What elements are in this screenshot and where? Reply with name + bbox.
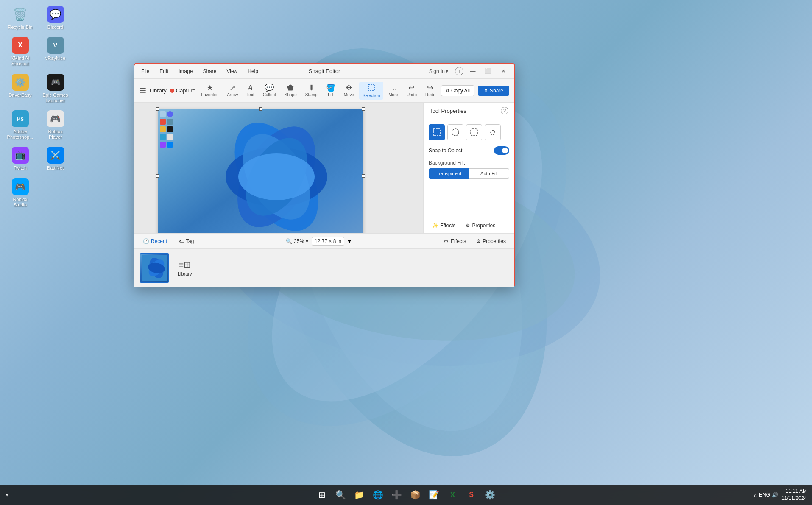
auto-fill-button[interactable]: Auto-Fill (469, 168, 510, 179)
share-button[interactable]: ⬆ Share (478, 86, 509, 96)
chevron-down-icon: ▾ (446, 68, 448, 74)
desktop-icon-battlenet[interactable]: ⚔️ BattlNet (39, 145, 71, 173)
desktop-icon-discord[interactable]: 💬 Discord (39, 4, 71, 32)
tool-text[interactable]: A Text (243, 82, 257, 99)
handle-tr[interactable] (362, 107, 365, 111)
handle-mr[interactable] (362, 174, 365, 178)
library-button[interactable]: Library (150, 87, 167, 94)
tool-stamp[interactable]: ⬇ Stamp (302, 82, 321, 99)
taskbar-right: ∧ ENG 🔊 11:11 AM 11/11/2024 (753, 488, 807, 502)
taskbar-file-explorer[interactable]: 📁 (352, 487, 367, 502)
bg-fill-label: Background Fill: (429, 160, 509, 166)
redo-icon: ↪ (427, 84, 433, 92)
desktop-icon-driver-easy[interactable]: ⚙️ DriverEasy (4, 72, 36, 105)
info-button[interactable]: i (455, 67, 463, 75)
tool-shape[interactable]: ⬟ Shape (281, 82, 300, 99)
svg-rect-6 (368, 84, 374, 90)
main-toolbar: ☰ Library Capture ★ Favorites ↗ Arrow A … (134, 79, 514, 103)
hamburger-menu[interactable]: ☰ (140, 86, 146, 95)
desktop-icon-twitch[interactable]: 📺 Twitch (4, 145, 36, 173)
tool-favorites[interactable]: ★ Favorites (198, 82, 222, 99)
size-control[interactable]: 12.77 × 8 in (312, 237, 344, 246)
fill-icon: 🪣 (326, 84, 335, 92)
zoom-control[interactable]: 🔍 35% ▾ (286, 238, 308, 244)
taskbar-snagit[interactable]: S (464, 487, 479, 502)
desktop-icon-xmind[interactable]: X XMind AI Shortcut (4, 35, 36, 68)
tag-tab[interactable]: 🏷 Tag (176, 237, 197, 246)
toolbar-left: ☰ Library Capture (140, 86, 195, 95)
handle-tc[interactable] (259, 107, 262, 111)
tool-move[interactable]: ✥ Move (340, 82, 357, 99)
share-icon: ⬆ (484, 88, 488, 94)
rounded-selection-tool[interactable] (466, 124, 482, 140)
taskbar-excel[interactable]: X (445, 487, 460, 502)
minimize-button[interactable]: — (467, 67, 479, 75)
tool-fill[interactable]: 🪣 Fill (323, 82, 339, 99)
svg-rect-15 (471, 129, 477, 136)
menu-image[interactable]: Image (177, 67, 194, 75)
sign-in-button[interactable]: Sign In ▾ (429, 68, 448, 74)
panel-bottom-actions: ✨ Effects ⚙ Properties (424, 218, 514, 233)
tool-arrow[interactable]: ↗ Arrow (223, 82, 241, 99)
bottom-properties-button[interactable]: ⚙ Properties (473, 237, 509, 246)
menu-view[interactable]: View (225, 67, 239, 75)
more-icon: … (390, 84, 397, 92)
menu-edit[interactable]: Edit (158, 67, 170, 75)
tool-selection[interactable]: Selection (359, 82, 383, 100)
tool-undo[interactable]: ↩ Undo (403, 82, 420, 99)
desktop-icon-photoshop[interactable]: Ps Adobe Photoshop... (4, 109, 36, 142)
close-button[interactable]: ✕ (497, 67, 509, 75)
tool-redo[interactable]: ↪ Redo (422, 82, 439, 99)
tool-more[interactable]: … More (385, 82, 402, 99)
rect-selection-tool[interactable] (429, 124, 445, 140)
bottom-bar: 🕐 Recent 🏷 Tag 🔍 35% ▾ 12.77 × 8 in ▾ Ef… (134, 233, 514, 248)
window-controls: Sign In ▾ i — ⬜ ✕ (429, 67, 509, 75)
handle-tl[interactable] (156, 107, 159, 111)
capture-button[interactable]: Capture (170, 87, 195, 94)
maximize-button[interactable]: ⬜ (482, 67, 494, 75)
snap-toggle[interactable] (494, 146, 509, 155)
copy-icon: ⧉ (446, 88, 449, 94)
recent-icon: 🕐 (143, 238, 149, 244)
properties-button[interactable]: ⚙ Properties (462, 221, 499, 230)
canvas-area[interactable] (134, 103, 423, 233)
bottom-effects-button[interactable]: Effects (440, 237, 469, 246)
desktop-icon-vray[interactable]: V vRayNice (39, 35, 71, 68)
effects-button[interactable]: ✨ Effects (429, 221, 459, 230)
svg-rect-13 (433, 129, 440, 136)
menu-share[interactable]: Share (201, 67, 218, 75)
taskbar-start-button[interactable]: ⊞ (315, 487, 330, 502)
library-strip-button[interactable]: ≡⊞ Library (174, 256, 195, 280)
handle-ml[interactable] (156, 174, 159, 178)
zoom-chevron-icon: ▾ (306, 238, 308, 244)
tool-callout[interactable]: 💬 Callout (260, 82, 279, 99)
freehand-selection-tool[interactable] (485, 124, 501, 140)
taskbar-clock[interactable]: 11:11 AM 11/11/2024 (781, 488, 807, 502)
taskbar-chrome[interactable]: 🌐 (371, 487, 386, 502)
transparent-fill-button[interactable]: Transparent (429, 168, 469, 179)
ellipse-selection-tool[interactable] (447, 124, 463, 140)
chevron-up-icon[interactable]: ∧ (753, 492, 757, 498)
thumbnail-item[interactable] (140, 253, 169, 283)
desktop-icon-roblox-player[interactable]: 🎮 Roblox Player (39, 109, 71, 142)
photoshop-label: Adobe Photoshop... (6, 129, 34, 140)
taskbar-center: ⊞ 🔍 📁 🌐 ➕ 📦 📝 X S ⚙️ (315, 487, 498, 502)
taskbar-app6[interactable]: 📦 (408, 487, 423, 502)
move-icon: ✥ (346, 84, 352, 92)
taskbar-app9[interactable]: ⚙️ (483, 487, 498, 502)
taskbar-notes[interactable]: 📝 (427, 487, 442, 502)
recent-tab[interactable]: 🕐 Recent (140, 237, 170, 246)
desktop-icon-recycle-bin[interactable]: 🗑️ Recycle Bin (4, 4, 36, 32)
menu-file[interactable]: File (140, 67, 151, 75)
tool-buttons: ★ Favorites ↗ Arrow A Text 💬 Callout ⬟ S… (198, 82, 439, 100)
taskbar-search[interactable]: 🔍 (333, 487, 349, 502)
zoom-level: 35% (294, 238, 304, 244)
taskbar-app5[interactable]: ➕ (389, 487, 405, 502)
library-icon: ≡⊞ (179, 259, 191, 270)
help-button[interactable]: ? (501, 107, 508, 114)
desktop-icon-epic-games[interactable]: 🎮 Epic Games Launcher (39, 72, 71, 105)
copy-all-button[interactable]: ⧉ Copy All (441, 85, 474, 96)
desktop-icon-roblox-studio[interactable]: 🎮 Roblox Studio (4, 176, 36, 209)
menu-help[interactable]: Help (246, 67, 260, 75)
system-tray-chevron[interactable]: ∧ (5, 492, 9, 498)
